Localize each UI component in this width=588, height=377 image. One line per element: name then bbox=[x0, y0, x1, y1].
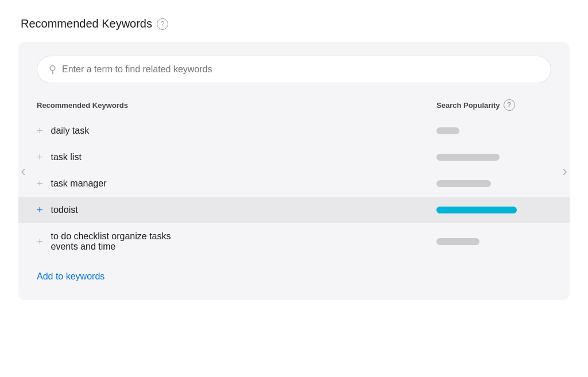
plus-icon[interactable]: + bbox=[37, 236, 43, 247]
search-icon: ⚲ bbox=[49, 63, 56, 76]
popularity-bar bbox=[436, 154, 500, 161]
keyword-row[interactable]: +task list bbox=[18, 144, 570, 170]
plus-icon[interactable]: + bbox=[37, 178, 43, 189]
add-to-keywords-button[interactable]: Add to keywords bbox=[37, 271, 105, 282]
col-keywords-header: Recommended Keywords bbox=[37, 101, 436, 110]
col-popularity-header: Search Popularity ? bbox=[436, 99, 551, 111]
popularity-bar bbox=[436, 180, 491, 187]
popularity-bar-wrap bbox=[436, 207, 551, 213]
nav-right-arrow[interactable]: › bbox=[562, 162, 567, 180]
plus-icon[interactable]: + bbox=[37, 126, 43, 136]
keywords-list: +daily task+task list+task manager+todoi… bbox=[18, 118, 570, 260]
search-input[interactable] bbox=[62, 64, 539, 75]
popularity-bar-wrap bbox=[436, 180, 551, 187]
nav-left-arrow[interactable]: ‹ bbox=[21, 162, 26, 180]
keyword-text: task manager bbox=[51, 178, 436, 189]
plus-icon[interactable]: + bbox=[37, 205, 43, 215]
popularity-help-icon[interactable]: ? bbox=[504, 99, 515, 111]
main-container: Recommended Keywords ? ‹ › ⚲ Recommended… bbox=[18, 11, 570, 306]
header-help-icon[interactable]: ? bbox=[157, 18, 168, 30]
keyword-text: todoist bbox=[51, 205, 436, 215]
plus-icon[interactable]: + bbox=[37, 152, 43, 162]
popularity-bar-wrap bbox=[436, 127, 551, 134]
keyword-text: task list bbox=[51, 152, 436, 162]
keyword-text: daily task bbox=[51, 126, 436, 136]
page-header: Recommended Keywords ? bbox=[18, 17, 570, 30]
keyword-row[interactable]: +daily task bbox=[18, 118, 570, 144]
popularity-bar bbox=[436, 207, 517, 213]
keyword-text: to do checklist organize tasks events an… bbox=[51, 231, 436, 252]
popularity-bar-wrap bbox=[436, 238, 551, 245]
keyword-row[interactable]: +to do checklist organize tasks events a… bbox=[18, 223, 570, 260]
popularity-bar-wrap bbox=[436, 154, 551, 161]
page-title: Recommended Keywords bbox=[21, 17, 152, 30]
table-header: Recommended Keywords Search Popularity ? bbox=[18, 99, 570, 118]
search-bar[interactable]: ⚲ bbox=[37, 56, 551, 83]
popularity-bar bbox=[436, 238, 479, 245]
popularity-bar bbox=[436, 127, 459, 134]
keyword-row[interactable]: +task manager bbox=[18, 170, 570, 197]
keywords-panel: ‹ › ⚲ Recommended Keywords Search Popula… bbox=[18, 42, 570, 300]
keyword-row[interactable]: +todoist bbox=[18, 197, 570, 223]
